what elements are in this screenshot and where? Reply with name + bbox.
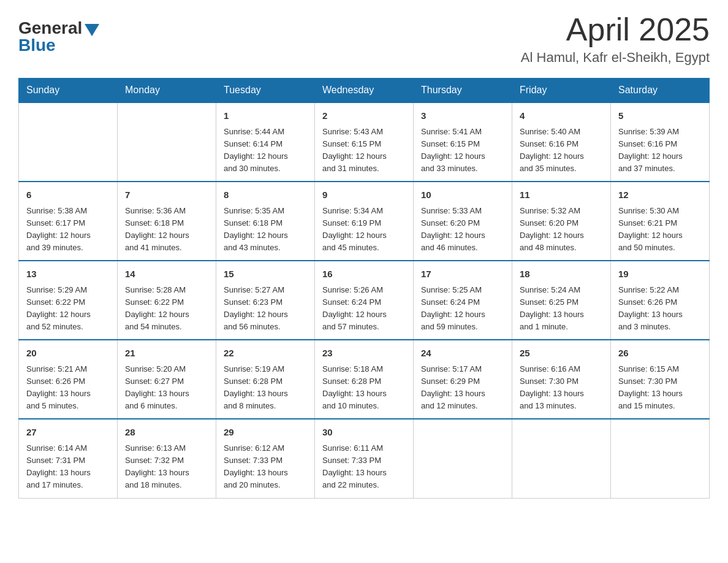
- calendar-header-day: Monday: [118, 79, 216, 103]
- day-info: Sunrise: 5:34 AM Sunset: 6:19 PM Dayligh…: [322, 205, 406, 255]
- day-number: 4: [520, 109, 603, 123]
- day-number: 7: [125, 188, 208, 202]
- day-info: Sunrise: 5:36 AM Sunset: 6:18 PM Dayligh…: [125, 205, 208, 255]
- day-number: 5: [618, 109, 702, 123]
- day-number: 30: [322, 426, 406, 440]
- day-info: Sunrise: 5:33 AM Sunset: 6:20 PM Dayligh…: [421, 205, 504, 255]
- day-info: Sunrise: 5:35 AM Sunset: 6:18 PM Dayligh…: [224, 205, 307, 255]
- day-info: Sunrise: 5:24 AM Sunset: 6:25 PM Dayligh…: [520, 284, 603, 334]
- day-info: Sunrise: 6:11 AM Sunset: 7:33 PM Dayligh…: [322, 442, 406, 492]
- day-number: 23: [322, 347, 406, 361]
- calendar-cell: [19, 102, 118, 182]
- logo-blue-text: Blue: [18, 36, 56, 55]
- calendar-cell: 13Sunrise: 5:29 AM Sunset: 6:22 PM Dayli…: [19, 261, 118, 340]
- calendar-cell: 28Sunrise: 6:13 AM Sunset: 7:32 PM Dayli…: [118, 419, 216, 498]
- day-info: Sunrise: 5:17 AM Sunset: 6:29 PM Dayligh…: [421, 363, 504, 413]
- day-info: Sunrise: 5:25 AM Sunset: 6:24 PM Dayligh…: [421, 284, 504, 334]
- calendar-week-row: 27Sunrise: 6:14 AM Sunset: 7:31 PM Dayli…: [19, 419, 710, 498]
- day-number: 6: [26, 188, 110, 202]
- logo: General Blue: [18, 12, 99, 55]
- day-info: Sunrise: 5:18 AM Sunset: 6:28 PM Dayligh…: [322, 363, 406, 413]
- calendar-cell: 16Sunrise: 5:26 AM Sunset: 6:24 PM Dayli…: [315, 261, 414, 340]
- day-info: Sunrise: 6:12 AM Sunset: 7:33 PM Dayligh…: [224, 442, 307, 492]
- calendar-cell: 3Sunrise: 5:41 AM Sunset: 6:15 PM Daylig…: [414, 102, 512, 182]
- day-info: Sunrise: 5:30 AM Sunset: 6:21 PM Dayligh…: [618, 205, 702, 255]
- calendar-cell: 6Sunrise: 5:38 AM Sunset: 6:17 PM Daylig…: [19, 182, 118, 261]
- page-header: General Blue April 2025 Al Hamul, Kafr e…: [18, 12, 710, 66]
- day-number: 8: [224, 188, 307, 202]
- calendar-cell: 27Sunrise: 6:14 AM Sunset: 7:31 PM Dayli…: [19, 419, 118, 498]
- day-number: 11: [520, 188, 603, 202]
- calendar-cell: 19Sunrise: 5:22 AM Sunset: 6:26 PM Dayli…: [611, 261, 710, 340]
- day-info: Sunrise: 5:20 AM Sunset: 6:27 PM Dayligh…: [125, 363, 208, 413]
- calendar-header-day: Sunday: [19, 79, 118, 103]
- calendar-table: SundayMondayTuesdayWednesdayThursdayFrid…: [18, 78, 710, 498]
- calendar-header-row: SundayMondayTuesdayWednesdayThursdayFrid…: [19, 79, 710, 103]
- day-number: 15: [224, 267, 307, 282]
- calendar-cell: 10Sunrise: 5:33 AM Sunset: 6:20 PM Dayli…: [414, 182, 512, 261]
- calendar-cell: 25Sunrise: 6:16 AM Sunset: 7:30 PM Dayli…: [512, 340, 611, 419]
- day-number: 19: [618, 267, 702, 282]
- day-number: 27: [26, 426, 110, 440]
- calendar-header-day: Thursday: [414, 79, 512, 103]
- calendar-week-row: 13Sunrise: 5:29 AM Sunset: 6:22 PM Dayli…: [19, 261, 710, 340]
- day-number: 25: [520, 347, 603, 361]
- calendar-cell: 26Sunrise: 6:15 AM Sunset: 7:30 PM Dayli…: [611, 340, 710, 419]
- calendar-cell: [611, 419, 710, 498]
- day-number: 20: [26, 347, 110, 361]
- calendar-cell: 22Sunrise: 5:19 AM Sunset: 6:28 PM Dayli…: [216, 340, 315, 419]
- calendar-cell: 8Sunrise: 5:35 AM Sunset: 6:18 PM Daylig…: [216, 182, 315, 261]
- day-info: Sunrise: 5:39 AM Sunset: 6:16 PM Dayligh…: [618, 126, 702, 175]
- calendar-cell: 2Sunrise: 5:43 AM Sunset: 6:15 PM Daylig…: [315, 102, 414, 182]
- calendar-cell: 18Sunrise: 5:24 AM Sunset: 6:25 PM Dayli…: [512, 261, 611, 340]
- day-number: 1: [224, 109, 307, 123]
- calendar-header-day: Saturday: [611, 79, 710, 103]
- day-number: 21: [125, 347, 208, 361]
- calendar-cell: 11Sunrise: 5:32 AM Sunset: 6:20 PM Dayli…: [512, 182, 611, 261]
- day-number: 18: [520, 267, 603, 282]
- calendar-cell: 4Sunrise: 5:40 AM Sunset: 6:16 PM Daylig…: [512, 102, 611, 182]
- calendar-week-row: 6Sunrise: 5:38 AM Sunset: 6:17 PM Daylig…: [19, 182, 710, 261]
- calendar-cell: 7Sunrise: 5:36 AM Sunset: 6:18 PM Daylig…: [118, 182, 216, 261]
- calendar-header-day: Tuesday: [216, 79, 315, 103]
- day-info: Sunrise: 5:29 AM Sunset: 6:22 PM Dayligh…: [26, 284, 110, 334]
- main-title: April 2025: [521, 12, 710, 47]
- day-info: Sunrise: 5:38 AM Sunset: 6:17 PM Dayligh…: [26, 205, 110, 255]
- day-info: Sunrise: 5:44 AM Sunset: 6:14 PM Dayligh…: [224, 126, 307, 175]
- day-number: 14: [125, 267, 208, 282]
- calendar-cell: [118, 102, 216, 182]
- day-info: Sunrise: 5:22 AM Sunset: 6:26 PM Dayligh…: [618, 284, 702, 334]
- calendar-header-day: Friday: [512, 79, 611, 103]
- calendar-cell: 17Sunrise: 5:25 AM Sunset: 6:24 PM Dayli…: [414, 261, 512, 340]
- day-number: 28: [125, 426, 208, 440]
- day-info: Sunrise: 5:43 AM Sunset: 6:15 PM Dayligh…: [322, 126, 406, 175]
- day-number: 13: [26, 267, 110, 282]
- day-info: Sunrise: 5:21 AM Sunset: 6:26 PM Dayligh…: [26, 363, 110, 413]
- day-number: 24: [421, 347, 504, 361]
- calendar-cell: 20Sunrise: 5:21 AM Sunset: 6:26 PM Dayli…: [19, 340, 118, 419]
- day-number: 22: [224, 347, 307, 361]
- day-info: Sunrise: 5:19 AM Sunset: 6:28 PM Dayligh…: [224, 363, 307, 413]
- calendar-cell: 21Sunrise: 5:20 AM Sunset: 6:27 PM Dayli…: [118, 340, 216, 419]
- calendar-cell: 12Sunrise: 5:30 AM Sunset: 6:21 PM Dayli…: [611, 182, 710, 261]
- calendar-week-row: 1Sunrise: 5:44 AM Sunset: 6:14 PM Daylig…: [19, 102, 710, 182]
- day-number: 3: [421, 109, 504, 123]
- day-info: Sunrise: 6:13 AM Sunset: 7:32 PM Dayligh…: [125, 442, 208, 492]
- title-block: April 2025 Al Hamul, Kafr el-Sheikh, Egy…: [521, 12, 710, 66]
- calendar-cell: 5Sunrise: 5:39 AM Sunset: 6:16 PM Daylig…: [611, 102, 710, 182]
- calendar-cell: [512, 419, 611, 498]
- day-number: 29: [224, 426, 307, 440]
- calendar-cell: 1Sunrise: 5:44 AM Sunset: 6:14 PM Daylig…: [216, 102, 315, 182]
- calendar-cell: 30Sunrise: 6:11 AM Sunset: 7:33 PM Dayli…: [315, 419, 414, 498]
- day-info: Sunrise: 6:15 AM Sunset: 7:30 PM Dayligh…: [618, 363, 702, 413]
- location-subtitle: Al Hamul, Kafr el-Sheikh, Egypt: [521, 50, 710, 66]
- day-info: Sunrise: 5:41 AM Sunset: 6:15 PM Dayligh…: [421, 126, 504, 175]
- logo-triangle-icon: [85, 24, 99, 36]
- day-info: Sunrise: 6:14 AM Sunset: 7:31 PM Dayligh…: [26, 442, 110, 492]
- day-info: Sunrise: 5:32 AM Sunset: 6:20 PM Dayligh…: [520, 205, 603, 255]
- day-number: 10: [421, 188, 504, 202]
- calendar-cell: 14Sunrise: 5:28 AM Sunset: 6:22 PM Dayli…: [118, 261, 216, 340]
- day-number: 17: [421, 267, 504, 282]
- day-number: 2: [322, 109, 406, 123]
- day-info: Sunrise: 6:16 AM Sunset: 7:30 PM Dayligh…: [520, 363, 603, 413]
